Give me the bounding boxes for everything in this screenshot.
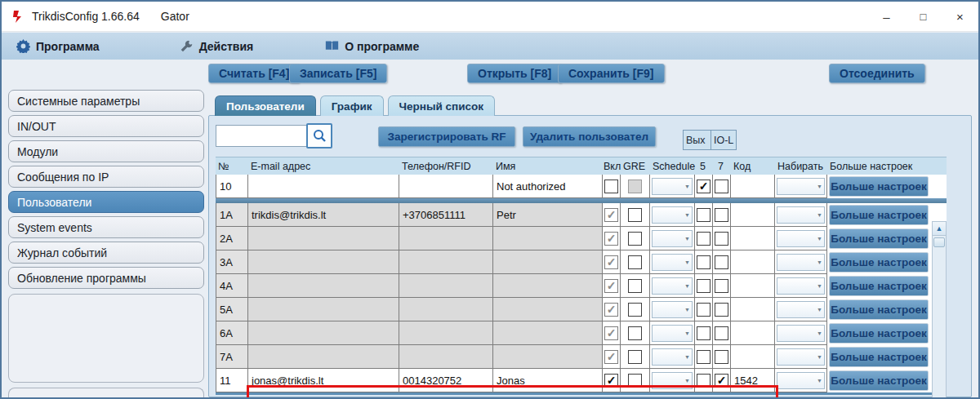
sidebar-item[interactable]: Сообщения по IP [8,166,204,188]
dial-dropdown[interactable]: ▼ [777,178,825,195]
more-settings-button[interactable]: Больше настроек [829,252,929,273]
scrollbar-thumb[interactable] [933,237,945,247]
tab-blacklist[interactable]: Черный список [388,95,495,116]
dial-dropdown[interactable]: ▼ [777,372,825,389]
more-settings-button[interactable]: Больше настроек [829,205,929,225]
checkbox[interactable] [715,279,728,293]
sidebar-item[interactable]: Пользователи [8,191,204,213]
dial-dropdown[interactable]: ▼ [777,254,825,271]
search-input[interactable] [216,125,307,147]
sidebar-item[interactable]: Модули [8,140,204,162]
checkbox[interactable] [715,350,728,364]
schedule-dropdown[interactable]: ▼ [652,372,693,389]
checkbox[interactable]: ✓ [604,255,618,269]
sidebar-item[interactable]: Системные параметры [8,90,204,112]
checkbox[interactable] [697,208,710,222]
dial-dropdown[interactable]: ▼ [777,230,825,247]
checkbox[interactable] [628,255,642,269]
checkbox[interactable] [697,350,710,364]
sidebar-item[interactable]: IN/OUT [8,115,204,137]
minimize-button[interactable]: – [868,2,905,32]
checkbox[interactable] [628,374,642,388]
code-cell[interactable] [731,175,775,198]
tab-users[interactable]: Пользователи [215,95,316,116]
schedule-dropdown[interactable]: ▼ [652,230,693,247]
menu-about[interactable]: О программе [314,33,430,60]
checkbox[interactable] [697,255,710,269]
read-button[interactable]: Считать [F4] [208,64,300,83]
sidebar-item[interactable]: Журнал событий [8,242,204,264]
checkbox[interactable] [715,255,728,269]
checkbox[interactable] [697,303,710,317]
delete-user-button[interactable]: Удалить пользовател [523,126,656,147]
scroll-up-arrow-icon[interactable]: ▲ [933,222,946,236]
checkbox[interactable] [697,326,710,340]
more-settings-button[interactable]: Больше настроек [829,228,929,249]
name-cell[interactable]: Jonas [493,369,603,392]
name-cell[interactable]: Not authorized [493,175,603,198]
write-button[interactable]: Записать [F5] [289,64,387,83]
menu-actions[interactable]: Действия [168,33,265,60]
sidebar-item[interactable]: System events [8,216,204,238]
email-cell[interactable] [248,175,399,198]
checkbox[interactable]: ✓ [604,279,618,293]
checkbox[interactable] [628,326,642,340]
maximize-button[interactable]: □ [905,2,942,32]
tab-schedule[interactable]: График [320,95,384,116]
open-button[interactable]: Открыть [F8] [467,64,562,83]
checkbox[interactable]: ✓ [604,374,618,388]
checkbox[interactable] [697,279,710,293]
close-button[interactable]: × [942,2,978,32]
more-settings-button[interactable]: Больше настроек [829,323,929,344]
checkbox[interactable] [715,232,728,246]
checkbox[interactable] [628,232,642,246]
checkbox[interactable]: ✓ [604,350,618,364]
checkbox[interactable] [715,180,728,193]
more-settings-button[interactable]: Больше настроек [829,347,929,367]
search-button[interactable] [306,123,332,149]
dial-dropdown[interactable]: ▼ [777,301,825,318]
dial-dropdown[interactable]: ▼ [777,325,825,342]
more-settings-button[interactable]: Больше настроек [829,176,929,197]
checkbox[interactable]: ✓ [604,303,618,317]
checkbox[interactable] [628,279,642,293]
save-button[interactable]: Сохранить [F9] [558,64,665,83]
phone-rfid-cell[interactable]: 0014320752 [399,369,493,392]
more-settings-button[interactable]: Больше настроек [829,370,929,391]
checkbox[interactable]: ✓ [604,208,618,222]
checkbox[interactable] [697,374,710,388]
checkbox[interactable]: ✓ [604,326,618,340]
schedule-dropdown[interactable]: ▼ [652,277,693,295]
dial-dropdown[interactable]: ▼ [777,348,825,366]
checkbox[interactable] [628,208,642,222]
checkbox[interactable] [628,303,642,317]
more-settings-button[interactable]: Больше настроек [829,299,929,320]
checkbox[interactable] [604,180,618,193]
schedule-dropdown[interactable]: ▼ [652,206,693,224]
more-settings-button[interactable]: Больше настроек [829,276,929,296]
checkbox[interactable]: ✓ [715,374,728,388]
sidebar-item[interactable]: Обновление программы [8,267,204,289]
disconnect-button[interactable]: Отсоединить [829,64,925,83]
menu-program[interactable]: Программа [5,33,111,60]
table-scrollbar[interactable]: ▲ [932,221,947,399]
checkbox[interactable]: ✓ [697,180,710,193]
schedule-dropdown[interactable]: ▼ [652,178,693,195]
dial-dropdown[interactable]: ▼ [777,206,825,224]
checkbox[interactable] [715,303,728,317]
schedule-dropdown[interactable]: ▼ [652,348,693,366]
schedule-dropdown[interactable]: ▼ [652,301,693,318]
checkbox[interactable] [697,232,710,246]
code-cell [731,250,775,274]
checkbox[interactable] [715,208,728,222]
code-cell[interactable]: 1542 [731,369,775,392]
checkbox[interactable] [628,350,642,364]
phone-rfid-cell[interactable] [399,175,493,198]
register-rfid-button[interactable]: Зарегистрировать RF [378,126,515,147]
schedule-dropdown[interactable]: ▼ [652,254,693,271]
schedule-dropdown[interactable]: ▼ [652,325,693,342]
checkbox[interactable]: ✓ [604,232,618,246]
dial-dropdown[interactable]: ▼ [777,277,825,295]
email-cell[interactable]: jonas@trikdis.lt [248,369,399,392]
checkbox[interactable] [715,326,728,340]
